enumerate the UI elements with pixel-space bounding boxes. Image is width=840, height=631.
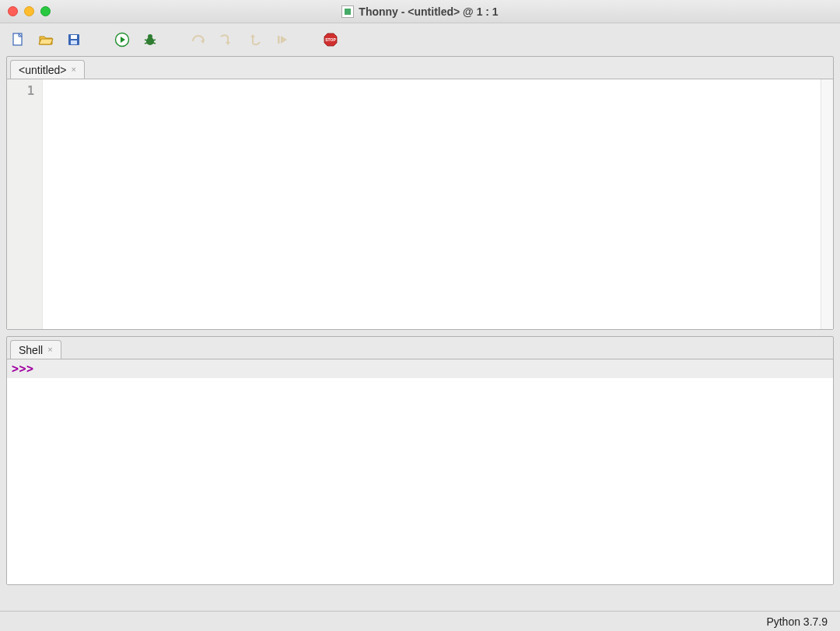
svg-text:STOP: STOP [325, 37, 336, 42]
editor-tab[interactable]: <untitled> × [10, 60, 85, 79]
resume-button [274, 31, 291, 48]
editor-scrollbar[interactable] [821, 79, 833, 329]
interpreter-label[interactable]: Python 3.7.9 [766, 615, 828, 628]
editor-tab-label: <untitled> [19, 64, 67, 76]
step-over-icon [191, 32, 206, 47]
step-into-button [218, 31, 235, 48]
close-window-button[interactable] [8, 6, 18, 16]
app-icon [341, 5, 354, 18]
editor-body: 1 [7, 79, 833, 329]
run-button[interactable] [114, 31, 131, 48]
shell-prompt: >>> [12, 362, 34, 376]
step-over-button [190, 31, 207, 48]
step-out-icon [247, 32, 262, 47]
stop-button[interactable]: STOP [322, 31, 339, 48]
run-icon [114, 32, 130, 47]
svg-rect-4 [71, 40, 77, 44]
minimize-window-button[interactable] [24, 6, 34, 16]
editor-text-area[interactable] [43, 79, 821, 329]
editor-tab-strip: <untitled> × [7, 57, 833, 79]
new-file-icon [10, 32, 26, 47]
shell-tab[interactable]: Shell × [10, 340, 61, 359]
stop-icon: STOP [323, 32, 338, 47]
shell-tab-strip: Shell × [7, 337, 833, 359]
line-number: 1 [7, 84, 34, 98]
zoom-window-button[interactable] [40, 6, 51, 16]
svg-line-11 [145, 43, 147, 44]
save-file-icon [66, 32, 82, 47]
svg-rect-18 [278, 36, 280, 44]
window-controls [8, 6, 51, 16]
resume-icon [275, 32, 290, 47]
debug-button[interactable] [142, 31, 159, 48]
debug-icon [142, 32, 158, 47]
close-shell-tab-icon[interactable]: × [47, 345, 52, 354]
svg-marker-17 [250, 34, 255, 37]
step-out-button [246, 31, 263, 48]
svg-marker-19 [281, 36, 287, 44]
shell-tab-label: Shell [19, 344, 43, 356]
shell-input-line[interactable]: >>> [7, 359, 833, 378]
line-number-gutter: 1 [7, 79, 43, 329]
editor-pane: <untitled> × 1 [6, 56, 834, 330]
svg-point-8 [148, 34, 152, 39]
svg-line-9 [145, 40, 147, 40]
svg-rect-3 [71, 35, 77, 39]
toolbar: STOP [0, 23, 840, 56]
svg-line-12 [153, 43, 156, 44]
close-tab-icon[interactable]: × [72, 65, 76, 74]
window-title-group: Thonny - <untitled> @ 1 : 1 [341, 5, 498, 18]
step-into-icon [219, 32, 234, 47]
window-title: Thonny - <untitled> @ 1 : 1 [359, 5, 498, 18]
titlebar: Thonny - <untitled> @ 1 : 1 [0, 0, 840, 23]
shell-pane: Shell × >>> [6, 336, 834, 585]
svg-line-10 [153, 40, 156, 40]
shell-body[interactable]: >>> [7, 359, 833, 584]
open-file-icon [38, 32, 54, 47]
workspace: <untitled> × 1 Shell × >>> [0, 56, 840, 611]
new-file-button[interactable] [9, 31, 26, 48]
save-file-button[interactable] [65, 31, 82, 48]
svg-marker-15 [226, 42, 230, 45]
svg-marker-13 [201, 39, 204, 44]
open-file-button[interactable] [37, 31, 54, 48]
statusbar: Python 3.7.9 [0, 611, 840, 631]
